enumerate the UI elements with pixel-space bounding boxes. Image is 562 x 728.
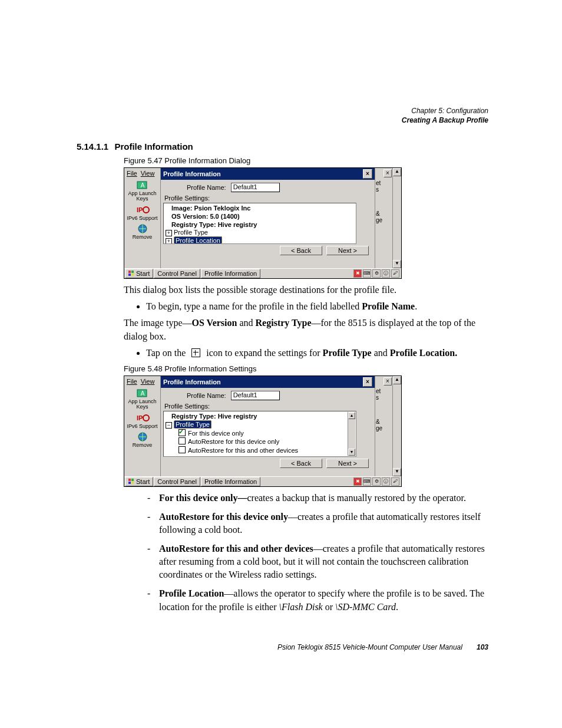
svg-rect-5 [128,271,131,273]
menu-file[interactable]: File [127,378,137,385]
section-number: 5.14.1.1 [77,141,108,151]
svg-text:A: A [140,390,144,397]
close-button[interactable]: × [363,169,372,179]
scroll-up-icon[interactable]: ▲ [348,412,355,419]
tree-profile-location[interactable]: +Profile Location [166,237,354,244]
tray-icon[interactable]: ✖ [353,269,362,278]
tray-icon[interactable]: ⚙ [372,269,381,278]
checkbox-icon[interactable] [178,429,186,436]
desktop-item-remove[interactable]: Remove [125,235,160,240]
tray-icon[interactable]: ⌨ [363,477,371,486]
next-button[interactable]: Next > [326,246,369,255]
outer-scrollbar[interactable]: ▲ ▼ [392,376,401,476]
bullet-profile-name: To begin, type a name for the profile in… [146,300,485,313]
footer-title: Psion Teklogix 8515 Vehicle-Mount Comput… [277,643,462,651]
svg-point-12 [143,415,149,421]
tray-icon[interactable]: 🖊 [391,269,399,278]
close-button[interactable]: × [363,377,372,387]
bullet-tap-expand: Tap on the icon to expand the settings f… [146,347,485,360]
menu-file[interactable]: File [127,170,137,177]
taskbar-control-panel[interactable]: Control Panel [154,269,200,278]
close-icon[interactable]: × [384,377,392,386]
dialog-title-text: Profile Information [163,378,221,386]
taskbar: Start Control Panel Profile Information … [124,476,401,486]
paragraph-1: This dialog box lists the possible stora… [124,284,485,297]
plus-icon [191,348,200,357]
desktop-item-ipv6[interactable]: IPv6 Support [125,216,160,221]
tray-icon[interactable]: ✖ [353,477,362,486]
scroll-down-icon[interactable]: ▼ [393,468,401,476]
collapse-icon[interactable]: − [166,422,172,429]
close-icon[interactable]: × [384,169,392,177]
tree-opt-this-device-only[interactable]: For this device only [166,429,354,438]
tree-profile-location[interactable]: +Profile Location [166,455,354,457]
desktop-item-app-launch-keys[interactable]: App Launch Keys [125,399,160,410]
svg-text:IP: IP [137,206,143,213]
dash-list: For this device only—creates a backup th… [147,492,485,614]
dialog-titlebar: Profile Information × [161,168,375,180]
tree-opt-autorestore-other[interactable]: AutoRestore for this and other devices [166,446,354,455]
figure-caption-48: Figure 5.48 Profile Information Settings [124,364,485,373]
start-button[interactable]: Start [125,269,153,278]
svg-rect-6 [131,271,134,273]
svg-text:A: A [140,182,144,189]
page-footer: Psion Teklogix 8515 Vehicle-Mount Comput… [127,643,488,651]
expand-icon[interactable]: + [166,238,172,244]
profile-name-input[interactable]: Default1 [231,391,280,400]
windows-icon [128,479,134,485]
ipv6-icon: IP [135,413,150,423]
svg-rect-8 [131,274,134,276]
bullet-list-2: Tap on the icon to expand the settings f… [135,347,485,360]
checkbox-icon[interactable] [178,437,186,444]
start-button[interactable]: Start [125,477,153,486]
taskbar-control-panel[interactable]: Control Panel [154,477,200,486]
system-tray: ✖ ⌨ ⚙ ⓘ 🖊 [353,477,401,486]
next-button[interactable]: Next > [326,459,369,468]
tree-profile-type[interactable]: −Profile Type [166,421,354,429]
settings-tree[interactable]: Image: Psion Teklogix Inc OS Version: 5.… [163,203,356,244]
settings-tree[interactable]: ▲ ▼ Registry Type: Hive registry −Profil… [163,411,356,457]
bullet-list-1: To begin, type a name for the profile in… [135,300,485,313]
tree-opt-autorestore-this[interactable]: AutoRestore for this device only [166,437,354,446]
tray-icon[interactable]: ⓘ [382,477,390,486]
section-heading: 5.14.1.1 Profile Information [77,141,485,151]
figure-caption-47: Figure 5.47 Profile Information Dialog [124,156,485,165]
profile-name-label: Profile Name: [187,392,226,399]
back-button[interactable]: < Back [280,459,322,468]
taskbar-profile-info[interactable]: Profile Information [201,477,260,486]
paragraph-2: The image type—OS Version and Registry T… [124,317,485,342]
tray-icon[interactable]: ⚙ [372,477,381,486]
scroll-down-icon[interactable]: ▼ [393,260,401,268]
scroll-up-icon[interactable]: ▲ [393,168,401,176]
expand-icon[interactable]: + [166,230,172,236]
dialog-title-text: Profile Information [163,170,221,177]
svg-rect-17 [131,482,134,484]
outer-scrollbar[interactable]: ▲ ▼ [392,168,401,268]
scroll-up-icon[interactable]: ▲ [393,376,401,384]
ipv6-icon: IP [135,205,150,215]
desktop-item-app-launch-keys[interactable]: App Launch Keys [125,191,160,202]
globe-icon [135,223,150,234]
back-button[interactable]: < Back [280,246,322,255]
dash-autorestore-other: AutoRestore for this and other devices—c… [147,542,485,581]
svg-rect-14 [128,479,131,481]
tray-icon[interactable]: ⓘ [382,269,390,278]
menu-view[interactable]: View [141,378,155,385]
tray-icon[interactable]: 🖊 [391,477,399,486]
scroll-down-icon[interactable]: ▼ [348,449,355,456]
profile-name-input[interactable]: Default1 [231,183,280,192]
dash-autorestore-this: AutoRestore for this device only—creates… [147,510,485,536]
background-panel-fragment: × et s & ge [375,376,392,476]
menu-view[interactable]: View [141,170,155,177]
globe-icon [135,431,150,442]
checkbox-icon[interactable] [178,446,186,453]
desktop-item-ipv6[interactable]: IPv6 Support [125,424,160,429]
dash-this-device-only: For this device only—creates a backup th… [147,492,485,505]
desktop-item-remove[interactable]: Remove [125,443,160,448]
running-header: Chapter 5: Configuration Creating A Back… [402,106,488,125]
tree-profile-type[interactable]: +Profile Type [166,229,354,237]
expand-icon[interactable]: + [166,456,172,457]
taskbar-profile-info[interactable]: Profile Information [201,269,260,278]
tray-icon[interactable]: ⌨ [363,269,371,278]
system-tray: ✖ ⌨ ⚙ ⓘ 🖊 [353,269,401,278]
